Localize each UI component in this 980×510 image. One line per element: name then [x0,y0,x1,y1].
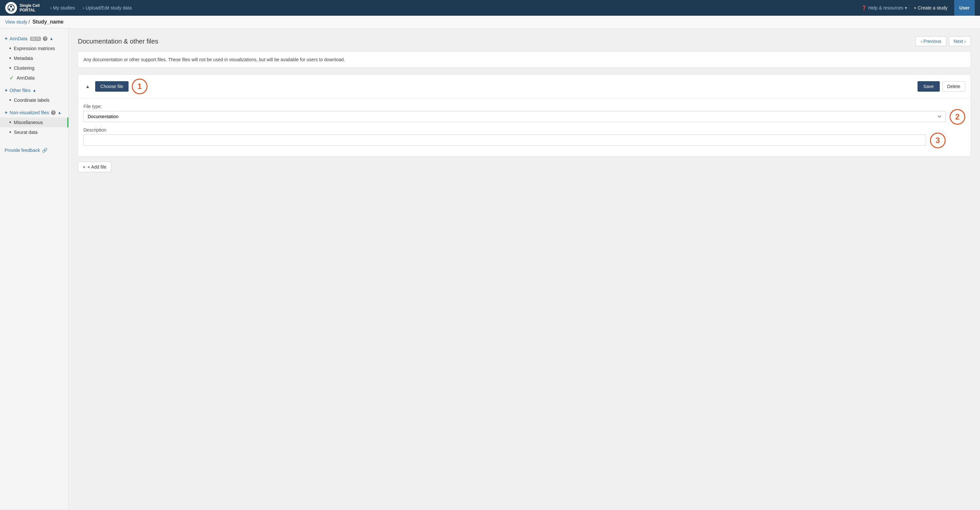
sidebar-item-clustering[interactable]: • Clustering [0,63,68,73]
chevron-right-icon-next: › [964,38,966,44]
sidebar-item-miscellaneous[interactable]: • Miscellaneous [0,118,68,128]
chevron-left-icon: ‹ [921,38,922,44]
file-card-actions: Save Delete [918,81,965,92]
top-navigation: Single Cell PORTAL › My studies › Upload… [0,0,980,16]
choose-file-button[interactable]: Choose file [95,81,129,92]
sidebar-item-coordinate-labels[interactable]: • Coordinate labels [0,95,68,105]
chevron-up-nonvis: ▲ [57,110,62,115]
annotation-circle-3: 3 [930,132,946,148]
feedback-label: Provide feedback [5,148,40,153]
page-title: Documentation & other files [78,38,158,45]
chevron-right-icon-2: › [83,5,84,11]
expression-matrices-label: Expression matrices [14,46,55,51]
seurat-data-label: Seurat data [14,130,37,135]
sidebar-anndata-header[interactable]: + AnnData BETA ? ▲ [0,34,68,43]
dot-seurat: • [9,129,11,135]
file-type-group: File type: Documentation [83,104,946,122]
page-header: Documentation & other files ‹ Previous N… [78,36,971,46]
plus-icon-nonvis: + [5,110,8,116]
dot-clustering: • [9,65,11,71]
sidebar-item-expression-matrices[interactable]: • Expression matrices [0,43,68,53]
pagination-buttons: ‹ Previous Next › [916,36,971,46]
sidebar-item-seurat-data[interactable]: • Seurat data [0,128,68,137]
nav-links: › My studies › Upload/Edit study data [46,0,861,16]
metadata-label: Metadata [14,56,33,61]
anndata-badge: BETA [30,37,41,41]
help-resources-link[interactable]: ❓ Help & resources ▾ [861,5,907,11]
sidebar: + AnnData BETA ? ▲ • Expression matrices… [0,29,69,509]
question-circle-icon: ❓ [861,5,867,11]
upload-edit-link[interactable]: › Upload/Edit study data [79,0,136,16]
create-study-button[interactable]: + Create a study [910,5,951,11]
active-indicator [67,118,68,128]
my-studies-link[interactable]: › My studies [46,0,79,16]
collapse-button[interactable]: ▲ [83,83,92,90]
dot-anndata-check: ✓ [9,75,14,81]
dot-misc: • [9,120,11,125]
file-type-label: File type: [83,104,946,109]
dot-metadata: • [9,55,11,61]
file-card-body: File type: Documentation Description [78,99,970,156]
file-card-header: ▲ Choose file 1 Save Delete [78,75,970,99]
plus-icon-anndata: + [5,36,8,41]
description-text: Any documentation or other support files… [78,51,971,68]
dot-coordinate: • [9,97,11,103]
study-name: Study_name [32,19,64,25]
save-button[interactable]: Save [918,81,940,92]
user-menu-button[interactable]: User [954,0,975,16]
chevron-up-other: ▲ [32,88,36,92]
sidebar-other-files-header[interactable]: + Other files ▲ [0,85,68,95]
provide-feedback-link[interactable]: Provide feedback 🔗 [0,142,68,158]
add-file-button[interactable]: + + Add file [78,162,111,172]
chevron-up-anndata: ▲ [49,36,53,41]
clustering-label: Clustering [14,65,34,71]
plus-icon-other: + [5,88,8,93]
breadcrumb-separator: / [29,19,31,25]
logo: Single Cell PORTAL [5,2,40,14]
external-link-icon: 🔗 [42,148,48,153]
anndata-item-label: AnnData [17,75,34,81]
logo-text: Single Cell PORTAL [20,3,40,13]
view-study-link[interactable]: View study [5,19,27,25]
dropdown-arrow-icon: ▾ [905,5,907,11]
question-icon-nonvis: ? [51,110,56,115]
coordinate-labels-label: Coordinate labels [14,97,49,103]
main-content: Documentation & other files ‹ Previous N… [69,29,980,509]
previous-button[interactable]: ‹ Previous [916,36,946,46]
non-visualized-label: Non-visualized files [10,110,49,115]
svg-point-2 [9,8,11,10]
plus-icon-add: + [83,164,85,170]
chevron-right-icon: › [50,5,52,11]
miscellaneous-label: Miscellaneous [14,120,43,125]
other-files-label: Other files [10,88,30,93]
anndata-label: AnnData [10,36,27,41]
svg-point-1 [10,6,12,8]
description-label: Description [83,128,926,132]
sidebar-non-visualized-header[interactable]: + Non-visualized files ? ▲ [0,108,68,118]
description-group: Description [83,128,926,146]
delete-button[interactable]: Delete [942,81,965,92]
question-icon-anndata: ? [43,36,48,41]
breadcrumb: View study / Study_name [0,16,980,29]
svg-point-3 [12,8,14,10]
sidebar-item-metadata[interactable]: • Metadata [0,53,68,63]
description-input[interactable] [83,134,926,146]
annotation-circle-1: 1 [132,78,148,94]
file-type-select[interactable]: Documentation [83,111,946,122]
plus-icon: + [914,5,916,11]
dot-expression: • [9,46,11,51]
main-layout: + AnnData BETA ? ▲ • Expression matrices… [0,29,980,509]
annotation-circle-2: 2 [950,109,965,125]
sidebar-item-anndata[interactable]: ✓ AnnData [0,73,68,83]
file-card: ▲ Choose file 1 Save Delete File type: [78,74,971,156]
logo-icon [5,2,17,14]
next-button[interactable]: Next › [949,36,971,46]
nav-right: ❓ Help & resources ▾ + Create a study Us… [861,0,975,16]
